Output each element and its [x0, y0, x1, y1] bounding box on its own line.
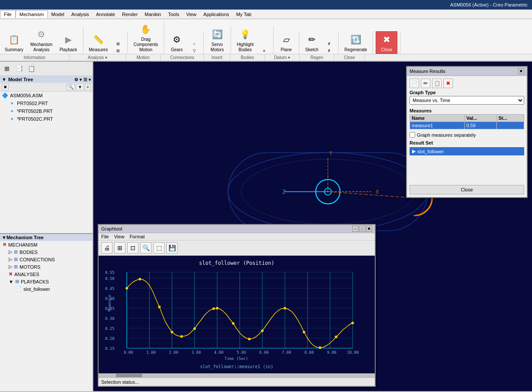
ribbon-btn-connections-sub1[interactable]: ○ — [188, 41, 201, 47]
result-set-empty-area — [410, 155, 524, 181]
menu-manikin[interactable]: Manikin — [141, 11, 165, 18]
model-tree-columns-icon[interactable]: ☰ ▾ — [83, 77, 91, 82]
mech-item-bodies[interactable]: ▷ ⊞ BODIES — [0, 248, 93, 256]
summary-icon: 📋 — [7, 33, 21, 46]
servo-motors-icon: 🔄 — [210, 27, 224, 41]
tree-item-prt0502b[interactable]: 🔹 ⁰PRT0502B.PRT — [0, 107, 93, 115]
model-tree-options-icon[interactable]: ⚙ ▾ — [74, 77, 82, 82]
mech-item-connections[interactable]: ▷ ⊞ CONNECTIONS — [0, 256, 93, 263]
ribbon-btn-summary[interactable]: 📋 Summary — [2, 31, 26, 54]
mechanism-tree-header[interactable]: ▼ Mechanism Tree — [0, 234, 93, 241]
graphtool-print-btn[interactable]: 🖨 — [101, 242, 112, 254]
mech-item-bodies-label: BODIES — [20, 250, 38, 255]
ribbon-btn-regenerate[interactable]: 🔃 Regenerate — [341, 31, 370, 54]
mech-item-slot-follower[interactable]: 📄 slot_follower — [0, 285, 93, 293]
scrollbar-thumb[interactable] — [116, 374, 142, 377]
graphtool-window-controls: ─ □ ✖ — [351, 226, 372, 232]
ribbon-btn-highlight[interactable]: 💡 HighlightBodies — [234, 26, 257, 54]
graphtool-zoom-in-btn[interactable]: 🔍 — [140, 242, 152, 254]
ribbon-btn-sketch[interactable]: ✏ Sketch — [302, 31, 322, 54]
graphtool-menu-format[interactable]: Format — [129, 234, 145, 239]
ribbon-btn-gears[interactable]: ⚙ Gears — [167, 31, 187, 54]
ribbon-btn-plane[interactable]: ▱ Plane — [276, 31, 296, 54]
tree-item-prt0502[interactable]: 🔹 PRT0502.PRT — [0, 99, 93, 107]
graph-title: slot_follower (Position) — [103, 260, 370, 266]
ribbon-btn-sketch-sub2[interactable]: ✗ — [323, 48, 336, 54]
graphtool-menu: File View Format — [99, 233, 375, 240]
bodies-grid-icon: ⊞ — [14, 249, 18, 255]
graphtool-grid-btn[interactable]: ⊞ — [114, 242, 126, 254]
menu-tools[interactable]: Tools — [165, 11, 183, 18]
svg-point-52 — [212, 307, 215, 310]
ribbon-btn-close[interactable]: ✖ Close — [376, 31, 397, 54]
svg-point-50 — [180, 335, 183, 338]
graphtool-minimize-btn[interactable]: ─ — [352, 226, 358, 232]
graphtool-menu-file[interactable]: File — [101, 234, 109, 239]
result-set-item[interactable]: ▶ slot_follower — [410, 147, 524, 155]
table-row[interactable]: measure1 0.59 — [410, 122, 524, 129]
ribbon-btn-sketch-sub1[interactable]: ✗ — [323, 41, 336, 47]
mr-close-x-btn[interactable]: ✖ — [518, 68, 524, 74]
mech-item-connections-label: CONNECTIONS — [20, 257, 55, 262]
ribbon-btn-playback[interactable]: ▶ Playback — [56, 31, 80, 54]
menu-mytab[interactable]: My Tab — [233, 11, 255, 18]
mr-delete-btn[interactable]: ✖ — [443, 79, 453, 88]
slot-follower-icon: 📄 — [16, 286, 22, 292]
ribbon-btn-connections-sub2[interactable]: ▽ — [188, 48, 201, 54]
tree-item-label: ASM0056.ASM — [10, 93, 43, 98]
menu-analysis[interactable]: Analysis — [68, 11, 93, 18]
mr-close-button[interactable]: Close — [410, 185, 524, 194]
ribbon-btn-mechanism-analysis[interactable]: ⚙ MechanismAnalysis — [27, 26, 56, 54]
graphtool-save-btn[interactable]: 💾 — [166, 242, 178, 254]
tree-item-asm0056[interactable]: 🔷 ASM0056.ASM — [0, 92, 93, 99]
graphtool-close-btn[interactable]: ✖ — [366, 226, 372, 232]
tree-item-prt0502c[interactable]: 🔹 ⁰PRT0502C.PRT — [0, 115, 93, 123]
svg-point-49 — [171, 331, 173, 333]
mr-edit-btn[interactable]: ✏ — [421, 79, 430, 88]
tree-search-btn[interactable]: 🔍 — [66, 84, 75, 90]
ribbon-btn-analysis-sub1[interactable]: ⊞ — [112, 41, 125, 47]
mech-item-playbacks[interactable]: ▼ ⊞ PLAYBACKS — [0, 278, 93, 285]
model-tree-header[interactable]: ▼ Model Tree ⚙ ▾ ☰ ▾ — [0, 76, 93, 83]
ribbon-btn-measures[interactable]: 📏 Measures — [86, 31, 111, 54]
menu-view[interactable]: View — [183, 11, 200, 18]
graphtool-menu-view[interactable]: View — [114, 234, 125, 239]
menu-mechanism[interactable]: Mechanism — [16, 10, 48, 18]
ribbon-btn-highlight-sub[interactable]: ≡ — [258, 48, 271, 54]
menu-render[interactable]: Render — [119, 11, 141, 18]
mech-item-analyses[interactable]: ✖ ANALYSES — [0, 270, 93, 278]
panel-settings-icon[interactable]: 📋 — [26, 63, 36, 74]
measures-label: Measures — [89, 47, 108, 53]
panel-grid-icon[interactable]: ⊞ — [2, 63, 12, 74]
menu-annotate[interactable]: Annotate — [93, 11, 119, 18]
graph-x-label: slot_follower;;measure1 (in) — [103, 364, 370, 369]
graphtool-scrollbar[interactable] — [99, 373, 375, 378]
col-header-name: Name — [410, 115, 465, 122]
menu-applications[interactable]: Applications — [200, 11, 232, 18]
graphtool-restore-btn[interactable]: □ — [359, 226, 365, 232]
menu-file[interactable]: File — [0, 10, 16, 18]
mech-item-mechanism[interactable]: ✖ MECHANISM — [0, 241, 93, 248]
graphtool-toolbar: 🖨 ⊞ ⊡ 🔍 ⬚ 💾 — [99, 240, 375, 256]
panel-layers-icon[interactable]: 📑 — [14, 63, 24, 74]
mr-new-btn[interactable]: 📄 — [410, 79, 419, 88]
drag-label: DragComponentsMotion — [133, 37, 158, 53]
plane-icon: ▱ — [279, 33, 293, 46]
graphtool-zoom-area-btn[interactable]: ⬚ — [153, 242, 165, 254]
ribbon-btn-analysis-sub2[interactable]: ⊞ — [112, 48, 125, 54]
graph-type-select[interactable]: Measure vs. Time Measure vs. Measure — [410, 96, 524, 105]
graphtool-zoom-fit-btn[interactable]: ⊡ — [127, 242, 139, 254]
svg-text:3.00: 3.00 — [192, 350, 201, 355]
graph-separately-checkbox[interactable] — [410, 132, 415, 138]
svg-text:0.50: 0.50 — [105, 277, 115, 281]
section-label-connections: Connections — [161, 54, 204, 61]
tree-add-btn[interactable]: + — [85, 84, 91, 90]
mech-item-motors[interactable]: ▷ ⊞ MOTORS — [0, 263, 93, 270]
ribbon-btn-drag[interactable]: ✋ DragComponentsMotion — [130, 21, 161, 54]
tree-close-btn[interactable]: ✖ — [2, 84, 9, 90]
menu-model[interactable]: Model — [48, 11, 68, 18]
mr-copy-btn[interactable]: 📋 — [432, 79, 442, 88]
ribbon-btn-servo-motors[interactable]: 🔄 ServoMotors — [206, 26, 228, 54]
tree-filter-btn[interactable]: ▼ — [76, 84, 84, 90]
ribbon-group-servomotors: 🔄 ServoMotors — [206, 26, 231, 54]
